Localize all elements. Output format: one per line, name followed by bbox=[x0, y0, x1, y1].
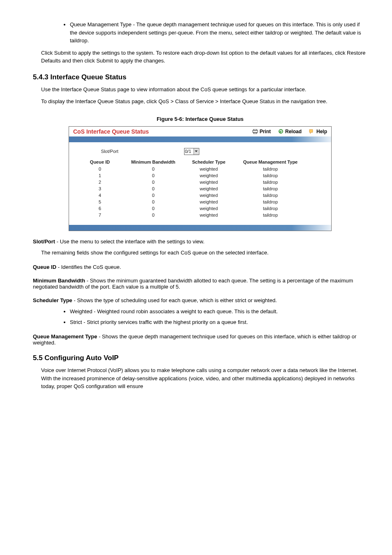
cell-qid: 2 bbox=[77, 179, 122, 185]
cell-qmt: taildrop bbox=[233, 212, 307, 218]
scheduler-type-list: Weighted - Weighted round robin associat… bbox=[70, 308, 367, 326]
config-queue-mgmt-type: Queue Management Type - Shows the queue … bbox=[33, 333, 367, 346]
cell-sched: weighted bbox=[184, 199, 233, 205]
figure-caption: Figure 5-6: Interface Queue Status bbox=[33, 116, 367, 122]
cell-qid: 0 bbox=[77, 166, 122, 172]
body-para: Voice over Internet Protocol (VoIP) allo… bbox=[41, 366, 367, 391]
print-label: Print bbox=[260, 129, 271, 134]
table-body: 00weightedtaildrop10weightedtaildrop20we… bbox=[77, 166, 323, 218]
table-row: 70weightedtaildrop bbox=[77, 212, 323, 218]
print-icon bbox=[252, 129, 258, 134]
cell-qmt: taildrop bbox=[233, 172, 307, 179]
header-bar bbox=[69, 136, 331, 142]
cell-sched: weighted bbox=[184, 179, 233, 185]
reload-label: Reload bbox=[285, 129, 302, 134]
cell-qmt: taildrop bbox=[233, 192, 307, 199]
cell-sched: weighted bbox=[184, 212, 233, 218]
screenshot-panel: CoS Interface Queue Status Print Reload … bbox=[69, 126, 332, 231]
panel-title: CoS Interface Queue Status bbox=[73, 128, 149, 135]
cell-qid: 5 bbox=[77, 199, 122, 205]
cell-sched: weighted bbox=[184, 166, 233, 172]
reload-icon bbox=[278, 129, 284, 134]
cell-minbw: 0 bbox=[122, 212, 184, 218]
cell-sched: weighted bbox=[184, 192, 233, 199]
cell-sched: weighted bbox=[184, 185, 233, 192]
help-icon bbox=[309, 129, 315, 134]
config-label: Scheduler Type bbox=[33, 297, 72, 303]
panel-content: Slot/Port 0/1 Queue ID Minimum Bandwidth… bbox=[69, 142, 331, 225]
col-header-scheduler-type: Scheduler Type bbox=[184, 158, 233, 166]
config-queue-id: Queue ID - Identifies the CoS queue. bbox=[33, 264, 367, 270]
nav-path: To display the Interface Queue Status pa… bbox=[41, 97, 367, 106]
table-row: 50weightedtaildrop bbox=[77, 199, 323, 205]
cell-sched: weighted bbox=[184, 205, 233, 212]
slotport-row: Slot/Port 0/1 bbox=[77, 148, 323, 155]
config-label: Queue Management Type bbox=[33, 333, 97, 340]
cell-qid: 4 bbox=[77, 192, 122, 199]
table-header-row: Queue ID Minimum Bandwidth Scheduler Typ… bbox=[77, 158, 323, 166]
config-slotport: Slot/Port - Use the menu to select the i… bbox=[33, 238, 367, 245]
config-label: Slot/Port bbox=[33, 238, 55, 245]
body-para: Use the Interface Queue Status page to v… bbox=[41, 86, 367, 94]
cell-qmt: taildrop bbox=[233, 199, 307, 205]
body-para: The remaining fields show the configured… bbox=[41, 249, 367, 257]
slotport-label: Slot/Port bbox=[77, 149, 122, 154]
cell-minbw: 0 bbox=[122, 205, 184, 212]
config-text: - Use the menu to select the interface w… bbox=[55, 238, 204, 245]
table-row: 20weightedtaildrop bbox=[77, 179, 323, 185]
col-header-min-bandwidth: Minimum Bandwidth bbox=[122, 158, 184, 166]
cell-minbw: 0 bbox=[122, 172, 184, 179]
svg-marker-5 bbox=[195, 150, 198, 152]
cell-minbw: 0 bbox=[122, 185, 184, 192]
table-row: 00weightedtaildrop bbox=[77, 166, 323, 172]
cell-minbw: 0 bbox=[122, 199, 184, 205]
col-header-queue-mgmt-type: Queue Management Type bbox=[233, 158, 307, 166]
table-row: 30weightedtaildrop bbox=[77, 185, 323, 192]
table-row: 40weightedtaildrop bbox=[77, 192, 323, 199]
cell-qmt: taildrop bbox=[233, 205, 307, 212]
cell-qid: 3 bbox=[77, 185, 122, 192]
svg-point-3 bbox=[279, 130, 283, 134]
svg-rect-2 bbox=[254, 132, 257, 134]
config-text: - Shows the type of scheduling used for … bbox=[72, 297, 277, 303]
list-item: Weighted - Weighted round robin associat… bbox=[70, 308, 367, 316]
chevron-down-icon bbox=[194, 148, 198, 155]
config-min-bandwidth: Minimum Bandwidth - Shows the minimum gu… bbox=[33, 278, 367, 290]
section-heading-auto-voip: 5.5 Configuring Auto VoIP bbox=[33, 354, 367, 362]
reload-button[interactable]: Reload bbox=[278, 129, 302, 134]
slotport-value: 0/1 bbox=[185, 149, 191, 154]
svg-rect-1 bbox=[253, 130, 258, 132]
cell-qmt: taildrop bbox=[233, 166, 307, 172]
config-label: Queue ID bbox=[33, 264, 56, 270]
list-item: Queue Management Type - The queue depth … bbox=[70, 21, 367, 45]
cell-qmt: taildrop bbox=[233, 179, 307, 185]
action-note: Click Submit to apply the settings to th… bbox=[41, 49, 367, 65]
config-text: - Identifies the CoS queue. bbox=[56, 264, 121, 270]
cell-qid: 7 bbox=[77, 212, 122, 218]
footer-bar bbox=[69, 225, 331, 231]
cell-sched: weighted bbox=[184, 172, 233, 179]
cell-qmt: taildrop bbox=[233, 185, 307, 192]
panel-actions: Print Reload Help bbox=[252, 129, 327, 134]
cell-minbw: 0 bbox=[122, 166, 184, 172]
config-label: Minimum Bandwidth bbox=[33, 278, 85, 284]
help-label: Help bbox=[316, 129, 327, 134]
print-button[interactable]: Print bbox=[252, 129, 271, 134]
cell-qid: 1 bbox=[77, 172, 122, 179]
bullet-list-intro: Queue Management Type - The queue depth … bbox=[70, 21, 367, 45]
table-row: 10weightedtaildrop bbox=[77, 172, 323, 179]
col-header-queue-id: Queue ID bbox=[77, 158, 122, 166]
help-button[interactable]: Help bbox=[309, 129, 327, 134]
config-scheduler-type: Scheduler Type - Shows the type of sched… bbox=[33, 297, 367, 303]
list-item: Strict - Strict priority services traffi… bbox=[70, 318, 367, 326]
cell-minbw: 0 bbox=[122, 179, 184, 185]
slotport-select[interactable]: 0/1 bbox=[184, 148, 199, 155]
section-heading-interface-queue-status: 5.4.3 Interface Queue Status bbox=[33, 73, 367, 81]
queue-table: Queue ID Minimum Bandwidth Scheduler Typ… bbox=[77, 158, 323, 218]
panel-header: CoS Interface Queue Status Print Reload … bbox=[69, 127, 331, 136]
cell-minbw: 0 bbox=[122, 192, 184, 199]
table-row: 60weightedtaildrop bbox=[77, 205, 323, 212]
cell-qid: 6 bbox=[77, 205, 122, 212]
